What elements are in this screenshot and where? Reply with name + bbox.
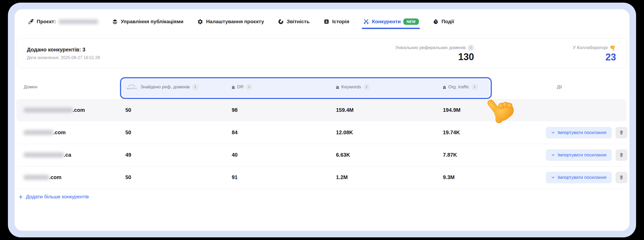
- update-date: Дата оновлення: 2025-08-27 16:51:28: [27, 55, 100, 60]
- domain-cell: .ca: [24, 144, 71, 166]
- info-icon[interactable]: i: [192, 84, 198, 90]
- new-badge: NEW: [403, 18, 419, 25]
- delete-button[interactable]: [615, 149, 627, 161]
- top-navigation: Проєкт: Управління публікаціями: [28, 16, 454, 28]
- rocket-icon: [28, 18, 34, 25]
- dr-cell: 98: [232, 99, 238, 121]
- info-icon[interactable]: i: [246, 84, 252, 90]
- col-header-found-ref-domains: MAJESTIC Знайдено реф. доменів i: [126, 77, 198, 97]
- ahrefs-icon: a: [443, 84, 446, 90]
- trash-icon: [619, 130, 624, 135]
- pie-chart-icon: [278, 18, 284, 25]
- nav-project[interactable]: Проєкт:: [28, 18, 98, 25]
- delete-button[interactable]: [615, 127, 627, 138]
- actions-cell: Імпортувати посилання: [546, 166, 627, 189]
- added-competitors: Додано конкурентів: 3: [27, 47, 100, 53]
- app-frame: Проєкт: Управління публікаціями: [8, 3, 636, 237]
- dr-cell: 91: [232, 166, 238, 189]
- tab-publications[interactable]: Управління публікаціями: [112, 18, 183, 25]
- traffic-cell: 194.9M: [443, 99, 461, 121]
- traffic-cell: 7.87K: [443, 144, 457, 166]
- gear-icon: [197, 18, 203, 25]
- info-icon[interactable]: i: [468, 45, 474, 51]
- chevron-down-icon: [551, 153, 555, 157]
- domain-blurred: [24, 175, 49, 180]
- table-row: .ca 49 40 6.63K 7.87K Імпортувати посила…: [16, 144, 626, 166]
- stopwatch-icon: [433, 18, 439, 25]
- crossed-swords-icon: [363, 18, 369, 25]
- nav-project-label: Проєкт:: [37, 19, 56, 25]
- col-header-org-traffic: a Org. traffic i: [443, 77, 478, 97]
- tab-label: Події: [442, 19, 454, 25]
- majestic-icon: MAJESTIC: [126, 84, 138, 91]
- tab-reports[interactable]: Звітність: [278, 18, 309, 25]
- layers-icon: [112, 18, 118, 25]
- tab-label: Конкуренти: [372, 19, 401, 25]
- found-cell: 50: [125, 99, 131, 121]
- tab-history[interactable]: Історія: [323, 18, 349, 25]
- dr-cell: 40: [232, 144, 238, 166]
- domain-cell: .com: [24, 166, 61, 189]
- trash-icon: [619, 175, 624, 180]
- trash-icon: [619, 152, 624, 157]
- col-header-domain: Домен: [24, 77, 37, 97]
- keywords-cell: 12.08K: [336, 121, 353, 144]
- collaborator-value: 23: [605, 52, 616, 62]
- dr-cell: 84: [232, 121, 238, 144]
- collaborator-label: У Коллабораторі: [573, 45, 608, 50]
- import-links-button[interactable]: Імпортувати посилання: [546, 149, 612, 161]
- import-links-button[interactable]: Імпортувати посилання: [546, 172, 612, 183]
- actions-cell: Імпортувати посилання: [546, 121, 627, 144]
- chevron-down-icon: [551, 131, 555, 135]
- domain-blurred: [24, 130, 53, 135]
- table-row: .com 50 98 159.4M 194.9M: [16, 99, 626, 121]
- history-icon: [323, 18, 330, 25]
- unique-ref-domains-label: Унікальних реферальних доменів: [395, 45, 466, 50]
- svg-text:MAJESTIC: MAJESTIC: [127, 87, 137, 90]
- unique-ref-domains-stat: Унікальних реферальних доменів i 130: [395, 39, 474, 68]
- tab-label: Налаштування проєкту: [206, 19, 264, 25]
- found-cell: 49: [125, 144, 131, 166]
- domain-cell: .com: [24, 99, 85, 121]
- keywords-cell: 6.63K: [336, 144, 350, 166]
- keywords-cell: 159.4M: [336, 99, 354, 121]
- delete-button[interactable]: [615, 172, 627, 183]
- ahrefs-icon: a: [232, 84, 235, 90]
- unique-ref-domains-value: 130: [458, 52, 474, 62]
- table-row: .com 50 91 1.2M 9.3M Імпортувати посилан…: [16, 166, 626, 189]
- col-header-dr: a DR i: [232, 77, 252, 97]
- project-domain-blurred: [59, 20, 98, 24]
- summary-left: Додано конкурентів: 3 Дата оновлення: 20…: [27, 39, 100, 68]
- tab-label: Управління публікаціями: [121, 19, 183, 25]
- table-header: Домен MAJESTIC Знайдено реф. доменів i: [15, 77, 629, 98]
- domain-cell: .com: [24, 121, 66, 144]
- chevron-down-icon: [551, 175, 555, 179]
- found-cell: 50: [125, 121, 131, 144]
- actions-cell: Імпортувати посилання: [546, 144, 627, 166]
- traffic-cell: 19.74K: [443, 121, 460, 144]
- col-header-keywords: a Keywords i: [336, 77, 370, 97]
- added-competitors-value: 3: [82, 47, 85, 52]
- tab-competitors[interactable]: Конкуренти NEW: [363, 18, 419, 25]
- import-links-button[interactable]: Імпортувати посилання: [546, 127, 612, 138]
- collaborator-stat: У Коллабораторі 23: [573, 39, 616, 68]
- plus-icon: +: [19, 193, 23, 200]
- tab-label: Історія: [332, 19, 349, 25]
- ahrefs-icon: a: [336, 84, 339, 90]
- tab-label: Звітність: [287, 19, 309, 25]
- table-row: .com 50 84 12.08K 19.74K Імпортувати пос…: [16, 121, 626, 144]
- info-icon[interactable]: i: [471, 84, 478, 90]
- add-more-competitors-link[interactable]: + Додати більше конкурентів: [19, 193, 89, 200]
- main-card: Проєкт: Управління публікаціями: [15, 9, 629, 231]
- traffic-cell: 9.3M: [443, 166, 454, 189]
- tab-events[interactable]: Події: [433, 18, 454, 25]
- info-icon[interactable]: i: [363, 84, 370, 90]
- tab-project-settings[interactable]: Налаштування проєкту: [197, 18, 264, 25]
- domain-blurred: [24, 152, 64, 157]
- add-more-label: Додати більше конкурентів: [26, 194, 89, 200]
- found-cell: 50: [125, 166, 131, 189]
- domain-blurred: [24, 108, 73, 113]
- hand-pointing-down-icon: [609, 44, 616, 51]
- keywords-cell: 1.2M: [336, 166, 348, 189]
- summary-bar: Додано конкурентів: 3 Дата оновлення: 20…: [17, 38, 627, 68]
